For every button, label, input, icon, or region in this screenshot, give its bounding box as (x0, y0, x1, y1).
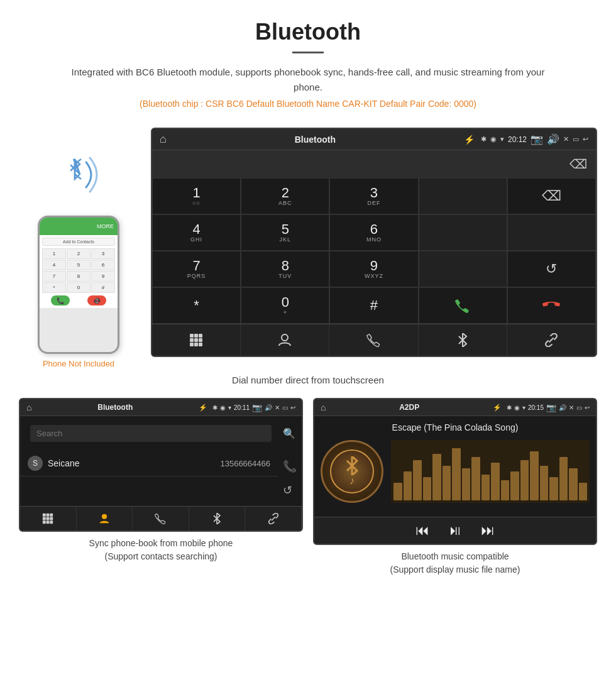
album-art: ♪ (321, 440, 383, 503)
page-description: Integrated with BC6 Bluetooth module, su… (63, 65, 553, 95)
next-button[interactable]: ⏭ (481, 522, 495, 539)
key-1[interactable]: 1 ○○ (152, 178, 241, 214)
dial-screen: ⌂ Bluetooth ⚡ ✱ ◉ ▾ 20:12 📷 🔊 ✕ ▭ ↩ (151, 128, 597, 357)
key-2[interactable]: 2 ABC (241, 178, 329, 214)
music-loc-icon: ◉ (514, 404, 520, 411)
search-icon[interactable]: 🔍 (283, 427, 295, 439)
pb-nav-phone[interactable] (133, 507, 189, 531)
phone-key-0: 0 (67, 282, 91, 293)
pb-nav-dialpad[interactable] (20, 507, 77, 531)
pb-back[interactable]: ↩ (290, 404, 295, 411)
phone-keypad: 1 2 3 4 5 6 7 8 9 * 0 # (42, 248, 115, 293)
music-win[interactable]: ▭ (576, 404, 582, 411)
phone-key-1: 1 (42, 248, 66, 259)
key-4[interactable]: 4 GHI (152, 214, 241, 251)
page-header: Bluetooth Integrated with BC6 Bluetooth … (0, 0, 616, 128)
phonebook-search-box[interactable]: Search (30, 425, 272, 442)
svg-rect-10 (194, 338, 198, 342)
volume-icon[interactable]: 🔊 (547, 133, 559, 145)
dial-display: ⌫ (152, 150, 596, 178)
contact-phone: 13566664466 (220, 459, 270, 468)
pb-nav-bluetooth[interactable] (189, 507, 246, 531)
close-icon[interactable]: ✕ (563, 135, 569, 143)
pb-signal-icon: ▾ (228, 404, 231, 411)
music-vol[interactable]: 🔊 (559, 404, 566, 411)
backspace-button[interactable]: ⌫ (569, 157, 587, 172)
music-body: Escape (The Pina Colada Song) ♪ (314, 416, 596, 517)
music-home-icon[interactable]: ⌂ (321, 402, 326, 412)
call-icon-sidebar[interactable]: 📞 (283, 460, 297, 473)
window-icon[interactable]: ▭ (573, 135, 579, 143)
key-0[interactable]: 0 + (241, 287, 329, 324)
key-9[interactable]: 9 WXYZ (329, 251, 418, 287)
bluetooth-status-icon: ✱ (481, 135, 487, 143)
music-back[interactable]: ↩ (585, 404, 590, 411)
svg-rect-14 (199, 343, 202, 346)
music-waveform (391, 440, 590, 503)
key-8[interactable]: 8 TUV (241, 251, 329, 287)
pb-nav-contacts[interactable] (77, 507, 133, 531)
key-star[interactable]: * (152, 287, 241, 324)
phone-top-bar-text: MORE (97, 223, 114, 229)
nav-dialpad[interactable] (152, 324, 241, 356)
bottom-row: ⌂ Bluetooth ⚡ ✱ ◉ ▾ 20:11 📷 🔊 ✕ ▭ ↩ (0, 398, 616, 579)
nav-phone[interactable] (329, 324, 418, 356)
nav-contacts[interactable] (241, 324, 329, 356)
key-7[interactable]: 7 PQRS (152, 251, 241, 287)
key-call-red[interactable] (507, 287, 596, 324)
pb-vol[interactable]: 🔊 (265, 404, 272, 411)
music-art-area: ♪ (321, 440, 590, 503)
pb-win[interactable]: ▭ (282, 404, 288, 411)
phone-call-green: 📞 (51, 295, 70, 305)
search-placeholder: Search (36, 429, 62, 438)
phonebook-search-row: Search 🔍 (20, 416, 302, 451)
pb-cam[interactable]: 📷 (252, 403, 262, 412)
pb-loc-icon: ◉ (220, 404, 226, 411)
prev-button[interactable]: ⏮ (415, 522, 429, 539)
back-icon[interactable]: ↩ (583, 135, 588, 143)
music-signal-icon: ▾ (522, 404, 525, 411)
music-item: ⌂ A2DP ⚡ ✱ ◉ ▾ 20:15 📷 🔊 ✕ ▭ ↩ Escape (T… (313, 398, 597, 579)
sync-icon-sidebar[interactable]: ↺ (283, 483, 297, 497)
home-icon[interactable]: ⌂ (160, 133, 167, 146)
svg-rect-8 (199, 334, 202, 338)
svg-rect-21 (50, 517, 53, 520)
album-bluetooth-icon (343, 456, 361, 475)
svg-rect-23 (47, 520, 50, 524)
signal-icon: ▾ (500, 135, 504, 143)
svg-rect-6 (190, 334, 194, 338)
key-5[interactable]: 5 JKL (241, 214, 329, 251)
camera-icon[interactable]: 📷 (531, 133, 543, 145)
music-controls: ⏮ ⏯ ⏭ (314, 517, 596, 544)
music-cam[interactable]: 📷 (546, 403, 556, 412)
phone-not-included-label: Phone Not Included (43, 359, 114, 368)
music-close[interactable]: ✕ (569, 404, 574, 411)
play-pause-button[interactable]: ⏯ (448, 522, 462, 539)
phone-key-8: 8 (67, 271, 91, 282)
phone-key-9: 9 (91, 271, 115, 282)
pb-close[interactable]: ✕ (275, 404, 280, 411)
svg-rect-13 (194, 343, 198, 346)
nav-bluetooth[interactable] (419, 324, 507, 356)
key-call-green[interactable] (419, 287, 507, 324)
key-empty-4 (419, 251, 507, 287)
contact-row[interactable]: S Seicane 13566664466 (20, 451, 278, 476)
svg-point-15 (282, 334, 288, 341)
key-3[interactable]: 3 DEF (329, 178, 418, 214)
phone-key-hash: # (91, 282, 115, 293)
key-hash[interactable]: # (329, 287, 418, 324)
svg-point-25 (102, 514, 107, 519)
phone-key-2: 2 (67, 248, 91, 259)
dial-screen-column: ⌂ Bluetooth ⚡ ✱ ◉ ▾ 20:12 📷 🔊 ✕ ▭ ↩ (151, 128, 597, 357)
nav-link[interactable] (507, 324, 596, 356)
phonebook-home-icon[interactable]: ⌂ (26, 402, 31, 412)
key-sync[interactable]: ↺ (507, 251, 596, 287)
phonebook-item: ⌂ Bluetooth ⚡ ✱ ◉ ▾ 20:11 📷 🔊 ✕ ▭ ↩ (19, 398, 303, 579)
phonebook-screen: ⌂ Bluetooth ⚡ ✱ ◉ ▾ 20:11 📷 🔊 ✕ ▭ ↩ (19, 398, 303, 532)
key-backspace[interactable]: ⌫ (507, 178, 596, 214)
pb-nav-link[interactable] (245, 507, 302, 531)
album-art-inner: ♪ (330, 449, 374, 493)
dial-header: ⌂ Bluetooth ⚡ ✱ ◉ ▾ 20:12 📷 🔊 ✕ ▭ ↩ (152, 129, 596, 150)
key-6[interactable]: 6 MNO (329, 214, 418, 251)
page-title: Bluetooth (13, 19, 603, 45)
